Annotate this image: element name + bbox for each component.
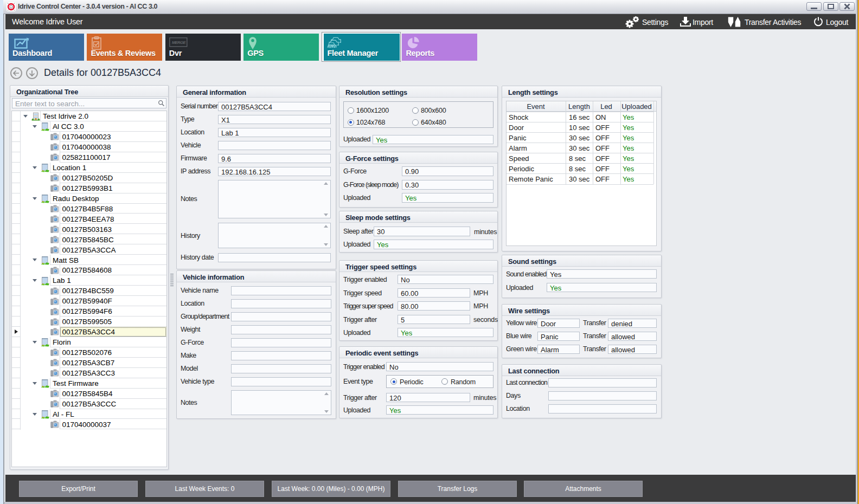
svg-text:MERGE: MERGE	[172, 40, 187, 45]
